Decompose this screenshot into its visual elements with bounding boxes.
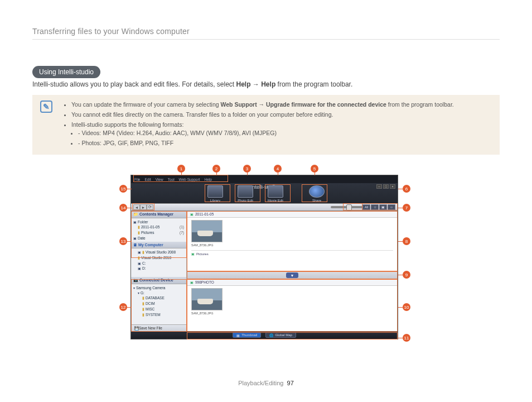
menu-edit[interactable]: Edit bbox=[144, 178, 151, 181]
panel-bottom: ▣998PHOTO SAM_8736.JPG bbox=[187, 279, 398, 331]
tree-samsung[interactable]: ▾Samsung Camera bbox=[133, 285, 184, 290]
menu-websupport[interactable]: Web Support bbox=[179, 178, 200, 181]
menu-view[interactable]: View bbox=[156, 178, 163, 181]
nav-arrows: ◄ ► ⟳ bbox=[133, 204, 153, 210]
sidebar-connected-header: 📷 Connected Device bbox=[131, 277, 186, 284]
intro-pre: Intelli-studio allows you to play back a… bbox=[32, 80, 236, 88]
thumbnail-image-icon bbox=[191, 220, 223, 242]
tree-date-2011[interactable]: ▮2011-01-05(1) bbox=[133, 224, 184, 230]
tree-folder-label: Folder bbox=[138, 220, 148, 224]
close-button[interactable]: × bbox=[390, 184, 395, 189]
globalmap-view-label: Global Map bbox=[275, 333, 292, 337]
tree-drive-c-label: C: bbox=[142, 261, 146, 265]
callout-13: 13 bbox=[119, 237, 127, 245]
nav-forward-button[interactable]: ► bbox=[140, 204, 147, 210]
tree-pictures[interactable]: ▮Pictures(7) bbox=[133, 230, 184, 236]
sub-path-pictures[interactable]: ▣Pictures bbox=[191, 250, 393, 256]
mode-photo-label: Photo Edit bbox=[234, 199, 257, 202]
tree-samsung-label: Samsung Camera bbox=[136, 286, 165, 290]
mode-movie-edit[interactable]: Movie Edit bbox=[264, 185, 287, 202]
nav-rotate-button[interactable]: ⟳ bbox=[147, 204, 153, 210]
callout-6: 6 bbox=[403, 185, 410, 193]
note-1-b2: Upgrade firmware for the connected devic… bbox=[266, 101, 386, 108]
thumbnail-bottom-label: SAM_8736.JPG bbox=[191, 310, 223, 316]
tree-system-label: SYSTEM bbox=[146, 313, 161, 317]
tree-vs2008[interactable]: ▣▮Visual Studio 2008 bbox=[133, 250, 184, 255]
sidebar-connected-label: Connected Device bbox=[139, 278, 173, 282]
window-buttons: – □ × bbox=[376, 184, 395, 189]
thumbnail-top[interactable]: SAM_8736.JPG bbox=[191, 220, 223, 248]
tree-database[interactable]: ▮DATABASE bbox=[133, 295, 184, 301]
mode-library-label: Library bbox=[204, 199, 227, 202]
panel-divider[interactable]: ▼ bbox=[187, 271, 398, 279]
mode-movie-label: Movie Edit bbox=[264, 199, 287, 202]
path-top-label: 2011-01-05 bbox=[195, 212, 214, 216]
sidebar-contents-label: Contents Manager bbox=[139, 212, 173, 216]
intro-text: Intelli-studio allows you to play back a… bbox=[32, 79, 500, 89]
minimize-button[interactable]: – bbox=[376, 184, 382, 189]
note-1: You can update the firmware of your came… bbox=[71, 100, 492, 109]
menu-help[interactable]: Help bbox=[204, 178, 211, 181]
tree-drive-c[interactable]: ▣C: bbox=[133, 261, 184, 266]
note-3-lead: Intelli-studio supports the following fo… bbox=[71, 121, 183, 128]
filter-all[interactable]: All bbox=[362, 204, 370, 210]
path-bottom[interactable]: ▣998PHOTO bbox=[187, 279, 398, 286]
tree-vs2010[interactable]: ▮Visual Studio 2010 bbox=[133, 255, 184, 261]
tree-database-label: DATABASE bbox=[146, 296, 165, 300]
note-icon: ✎ bbox=[40, 100, 52, 113]
menu-bar: File Edit View Tool Web Support Help bbox=[131, 175, 398, 183]
tree-connected: ▾Samsung Camera ▾G: ▮DATABASE ▮DCIM ▮MIS… bbox=[131, 284, 186, 319]
thumbnail-top-label: SAM_8736.JPG bbox=[191, 242, 223, 248]
intro-arrow: → bbox=[251, 80, 262, 88]
maximize-button[interactable]: □ bbox=[383, 184, 389, 189]
tree-contents: ▣Folder ▮2011-01-05(1) ▮Pictures(7) ▣Dat… bbox=[131, 218, 186, 242]
tree-date-2011-label: 2011-01-05 bbox=[141, 225, 159, 229]
footer-page-number: 97 bbox=[287, 380, 294, 386]
callout-4: 4 bbox=[274, 165, 282, 173]
tree-pictures-count: (7) bbox=[180, 231, 184, 235]
sidebar: 📁 Contents Manager ▣Folder ▮2011-01-05(1… bbox=[131, 211, 187, 331]
mode-share-label: Share bbox=[305, 199, 328, 202]
mode-share[interactable]: Share bbox=[305, 185, 328, 202]
filter-face-icon[interactable]: ☺ bbox=[388, 204, 395, 210]
tree-drive-d[interactable]: ▣D: bbox=[133, 266, 184, 271]
callout-9: 9 bbox=[403, 271, 410, 279]
note-1-arrow: → bbox=[257, 101, 266, 108]
tree-dcim[interactable]: ▮DCIM bbox=[133, 301, 184, 307]
thumbnail-bottom[interactable]: SAM_8736.JPG bbox=[191, 288, 223, 316]
tree-date-2011-count: (1) bbox=[180, 225, 184, 229]
page-footer: Playback/Editing 97 bbox=[0, 380, 532, 386]
tree-date[interactable]: ▣Date bbox=[133, 236, 184, 241]
path-top[interactable]: ▣2011-01-05 bbox=[187, 211, 398, 218]
thumbnail-view-button[interactable]: ▦ Thumbnail bbox=[233, 332, 261, 338]
tree-drive-g[interactable]: ▾G: bbox=[133, 290, 184, 295]
photo-edit-icon bbox=[238, 185, 253, 198]
intro-post: from the program toolbar. bbox=[275, 80, 352, 88]
globalmap-view-button[interactable]: 🌐 Global Map bbox=[265, 332, 296, 338]
sidebar-contents-header: 📁 Contents Manager bbox=[131, 211, 186, 218]
bottom-bar: ▦ Thumbnail 🌐 Global Map bbox=[131, 331, 398, 339]
tree-folder[interactable]: ▣Folder bbox=[133, 219, 184, 224]
toolbar: ◄ ► ⟳ All ☆ ▣ ☺ bbox=[131, 203, 398, 211]
mode-library[interactable]: Library bbox=[204, 185, 227, 202]
tree-misc[interactable]: ▮MISC bbox=[133, 307, 184, 312]
menu-file[interactable]: File bbox=[134, 178, 140, 181]
callout-10: 10 bbox=[403, 303, 410, 311]
menu-tool[interactable]: Tool bbox=[168, 178, 175, 181]
tree-system[interactable]: ▮SYSTEM bbox=[133, 312, 184, 318]
filter-movie-icon[interactable]: ▣ bbox=[379, 204, 387, 210]
tree-mycomputer: ▣▮Visual Studio 2008 ▮Visual Studio 2010… bbox=[131, 248, 186, 272]
library-icon bbox=[207, 185, 223, 198]
path-bottom-label: 998PHOTO bbox=[195, 280, 214, 284]
save-new-file-button[interactable]: 💾 Save New File bbox=[131, 324, 186, 331]
mode-photo-edit[interactable]: Photo Edit bbox=[234, 185, 257, 202]
note-3b: Photos: JPG, GIF, BMP, PNG, TIFF bbox=[78, 139, 492, 148]
app-window: File Edit View Tool Web Support Help Int… bbox=[130, 175, 398, 339]
callout-3: 3 bbox=[243, 165, 251, 173]
thumbnail-image-icon bbox=[191, 288, 223, 310]
sidebar-mycomputer-label: My Computer bbox=[138, 243, 163, 247]
nav-back-button[interactable]: ◄ bbox=[133, 204, 140, 210]
filter-photo-icon[interactable]: ☆ bbox=[371, 204, 379, 210]
intro-b2: Help bbox=[261, 80, 275, 88]
zoom-slider[interactable] bbox=[331, 206, 364, 208]
